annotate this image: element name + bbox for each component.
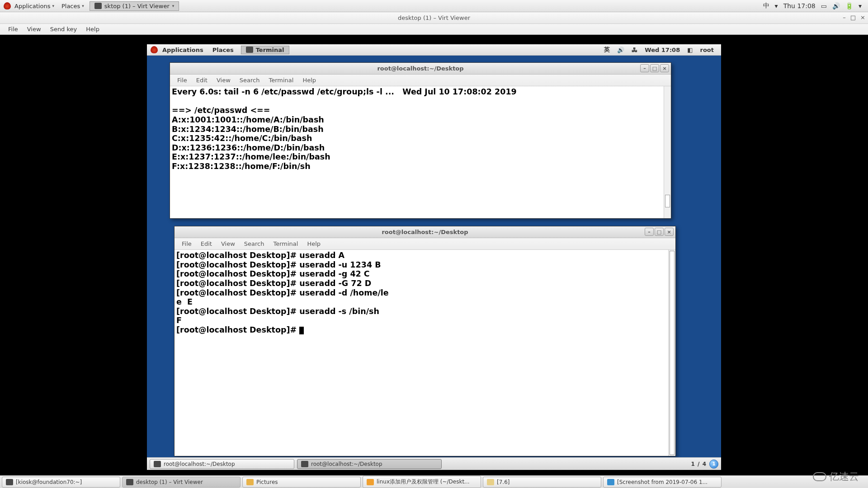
notification-icon[interactable]: ◧: [684, 47, 696, 53]
terminal-1-menubar: File Edit View Search Terminal Help: [170, 75, 671, 86]
terminal-2-output[interactable]: [root@localhost Desktop]# useradd A [roo…: [175, 250, 675, 456]
minimize-button[interactable]: –: [640, 64, 649, 72]
terminal-2-title: root@localhost:~/Desktop: [382, 229, 468, 235]
menu-view[interactable]: View: [212, 77, 235, 84]
close-button[interactable]: ×: [860, 14, 865, 21]
notification-badge[interactable]: 1: [709, 460, 718, 469]
term1-line: C:x:1235:42::/home/C:/bin/bash: [172, 134, 312, 143]
menu-search[interactable]: Search: [235, 77, 264, 84]
chevron-down-icon: ▾: [856, 2, 864, 9]
term2-line: [root@localhost Desktop]# useradd -s /bi…: [176, 307, 382, 316]
menu-sendkey[interactable]: Send key: [46, 26, 82, 33]
viewer-menubar: File View Send key Help: [0, 24, 868, 35]
battery-icon[interactable]: 🔋: [843, 2, 856, 9]
menu-terminal[interactable]: Terminal: [269, 240, 302, 247]
volume-icon[interactable]: 🔊: [830, 2, 843, 9]
maximize-button[interactable]: □: [850, 14, 856, 21]
guest-user-label[interactable]: root: [697, 47, 718, 53]
terminal-label: Terminal: [256, 47, 284, 53]
menu-help[interactable]: Help: [298, 77, 321, 84]
term1-line: A:x:1001:1001::/home/A:/bin/bash: [172, 115, 324, 124]
close-button[interactable]: ×: [665, 228, 674, 236]
redhat-icon: [151, 46, 158, 53]
task2-label: root@localhost:~/Desktop: [311, 461, 382, 467]
host-applications-menu[interactable]: Applications ▾: [11, 3, 58, 9]
guest-places-menu[interactable]: Places: [208, 47, 238, 53]
terminal-2-titlebar[interactable]: root@localhost:~/Desktop – □ ×: [175, 226, 675, 238]
guest-applications-menu[interactable]: Applications: [158, 47, 208, 53]
menu-help[interactable]: Help: [81, 26, 104, 33]
menu-file[interactable]: File: [177, 240, 196, 247]
minimize-button[interactable]: –: [645, 228, 654, 236]
scrollbar[interactable]: [664, 86, 671, 218]
scroll-thumb[interactable]: [670, 251, 675, 455]
taskbar-item-screenshot[interactable]: [Screenshot from 2019-07-06 1...: [603, 477, 722, 488]
redhat-icon: [4, 2, 11, 9]
close-button[interactable]: ×: [660, 64, 669, 72]
taskbar-item-folder-76[interactable]: [7.6]: [483, 477, 601, 488]
task1-label: root@localhost:~/Desktop: [164, 461, 235, 467]
host-top-panel: Applications ▾ Places ▾ sktop (1) – Virt…: [0, 0, 868, 12]
t2-label: desktop (1) – Virt Viewer: [136, 479, 203, 485]
term2-line: [root@localhost Desktop]# useradd -d /ho…: [176, 288, 389, 297]
viewer-titlebar[interactable]: desktop (1) – Virt Viewer – □ ×: [0, 12, 868, 24]
terminal-1-title: root@localhost:~/Desktop: [377, 65, 463, 72]
menu-help[interactable]: Help: [302, 240, 325, 247]
menu-terminal[interactable]: Terminal: [264, 77, 298, 84]
minimize-button[interactable]: –: [843, 14, 846, 21]
term2-line: [root@localhost Desktop]# useradd A: [176, 251, 344, 260]
t6-label: [Screenshot from 2019-07-06 1...: [617, 479, 708, 485]
watermark: 亿速云: [813, 470, 859, 483]
terminal-window-1[interactable]: root@localhost:~/Desktop – □ × File Edit…: [170, 62, 671, 219]
network-icon[interactable]: 🖧: [628, 47, 641, 53]
menu-file[interactable]: File: [4, 26, 23, 33]
guest-active-app[interactable]: Terminal: [241, 46, 289, 54]
terminal-2-menubar: File Edit View Search Terminal Help: [175, 238, 675, 250]
maximize-button[interactable]: □: [655, 228, 664, 236]
watermark-text: 亿速云: [829, 470, 859, 483]
taskbar-item-notes[interactable]: linux添加用户及权限管理 (~/Deskt...: [363, 476, 481, 488]
taskbar-item-virt-viewer[interactable]: desktop (1) – Virt Viewer: [122, 477, 241, 488]
terminal-1-output[interactable]: Every 6.0s: tail -n 6 /etc/passwd /etc/g…: [170, 86, 671, 218]
terminal-icon: [6, 479, 13, 485]
menu-view[interactable]: View: [217, 240, 240, 247]
monitor-icon[interactable]: ▭: [818, 2, 830, 9]
taskbar-item-pictures[interactable]: Pictures: [242, 477, 361, 488]
terminal-icon: [301, 461, 308, 467]
input-method-indicator[interactable]: 中: [760, 2, 772, 10]
maximize-button[interactable]: □: [650, 64, 659, 72]
guest-desktop[interactable]: Applications Places Terminal 英 🔊 🖧 Wed 1…: [147, 44, 721, 470]
workspace-pager[interactable]: 1 / 4: [691, 461, 707, 467]
cursor-icon: [299, 327, 304, 334]
terminal-icon: [154, 461, 161, 467]
guest-display-container: Applications Places Terminal 英 🔊 🖧 Wed 1…: [0, 44, 868, 470]
term2-line: F: [176, 316, 182, 325]
taskbar-item-terminal-2[interactable]: root@localhost:~/Desktop: [297, 459, 442, 469]
menu-edit[interactable]: Edit: [196, 240, 217, 247]
viewer-title: desktop (1) – Virt Viewer: [398, 14, 470, 21]
menu-edit[interactable]: Edit: [192, 77, 212, 84]
menu-file[interactable]: File: [173, 77, 192, 84]
folder-icon: [487, 479, 494, 485]
terminal-1-titlebar[interactable]: root@localhost:~/Desktop – □ ×: [170, 63, 671, 75]
t3-label: Pictures: [256, 479, 278, 485]
host-places-menu[interactable]: Places ▾: [58, 3, 88, 9]
t5-label: [7.6]: [497, 479, 509, 485]
menu-search[interactable]: Search: [240, 240, 269, 247]
scroll-thumb[interactable]: [665, 195, 670, 207]
clock-label[interactable]: Thu 17:08: [781, 2, 818, 9]
volume-icon[interactable]: 🔊: [613, 47, 628, 53]
cloud-icon: [813, 472, 826, 481]
guest-input-indicator[interactable]: 英: [600, 46, 613, 54]
taskbar-item-kiosk-terminal[interactable]: [kiosk@foundation70:~]: [2, 477, 120, 488]
folder-icon: [246, 479, 254, 485]
guest-clock[interactable]: Wed 17:08: [641, 47, 684, 53]
t4-label: linux添加用户及权限管理 (~/Deskt...: [377, 478, 470, 486]
applications-label: Applications: [14, 3, 50, 9]
menu-view[interactable]: View: [23, 26, 46, 33]
term1-line: Every 6.0s: tail -n 6 /etc/passwd /etc/g…: [172, 87, 517, 96]
scrollbar[interactable]: [668, 250, 675, 456]
terminal-window-2[interactable]: root@localhost:~/Desktop – □ × File Edit…: [174, 226, 676, 456]
taskbar-item-terminal-1[interactable]: root@localhost:~/Desktop: [150, 459, 294, 469]
host-active-app[interactable]: sktop (1) – Virt Viewer ▾: [90, 1, 179, 11]
